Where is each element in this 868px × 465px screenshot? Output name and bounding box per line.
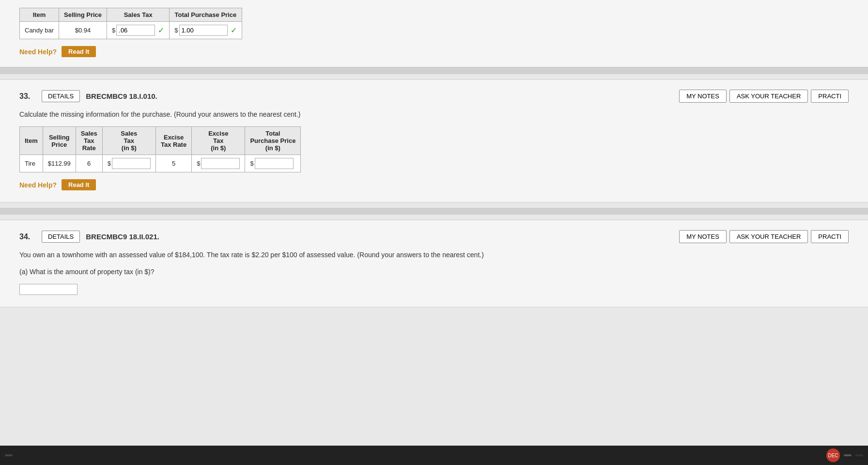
practice-button-33[interactable]: PRACTI: [811, 90, 849, 103]
q34-property-tax-input[interactable]: [19, 284, 78, 295]
question-34-header-buttons: MY NOTES ASK YOUR TEACHER PRACTI: [679, 230, 849, 243]
q33-dollar-1: $: [108, 160, 111, 167]
q33-dollar-3: $: [250, 160, 253, 167]
check-icon-1: ✓: [158, 26, 164, 35]
section-divider-1: [0, 67, 868, 74]
question-33-code: BRECMBC9 18.I.010.: [86, 92, 679, 100]
sales-tax-input-top[interactable]: [116, 25, 155, 36]
question-33-header: 33. DETAILS BRECMBC9 18.I.010. MY NOTES …: [19, 90, 849, 103]
dollar-sign-2: $: [174, 27, 178, 34]
taskbar-dec-label: DEC: [828, 453, 838, 458]
taskbar-dec-item[interactable]: DEC: [826, 449, 840, 462]
q33-total-input[interactable]: [255, 158, 294, 169]
check-icon-2: ✓: [231, 26, 237, 35]
dollar-sign-1: $: [112, 27, 115, 34]
top-table: Item Selling Price Sales Tax Total Purch…: [19, 8, 242, 39]
total-input-top[interactable]: [179, 25, 228, 36]
practice-button-34[interactable]: PRACTI: [811, 230, 849, 243]
q33-row-excise-dollar-cell: $: [192, 155, 245, 172]
q33-col-excise-rate: ExciseTax Rate: [155, 127, 191, 155]
q33-col-total: TotalPurchase Price(in $): [245, 127, 301, 155]
need-help-top: Need Help? Read It: [19, 46, 849, 57]
question-34-section: 34. DETAILS BRECMBC9 18.II.021. MY NOTES…: [0, 219, 868, 308]
top-row-total-cell: $ ✓: [170, 22, 242, 39]
question-33-table: Item SellingPrice SalesTaxRate SalesTax(…: [19, 126, 301, 172]
need-help-label-33: Need Help?: [19, 181, 57, 189]
ask-teacher-button-34[interactable]: ASK YOUR TEACHER: [729, 230, 808, 243]
question-34-number: 34.: [19, 232, 34, 241]
col-header-total: Total Purchase Price: [170, 8, 242, 22]
section-divider-2: [0, 208, 868, 215]
q33-dollar-2: $: [197, 160, 200, 167]
taskbar-item-1[interactable]: [5, 454, 13, 456]
question-34-text: You own an a townhome with an assessed v…: [19, 250, 849, 260]
q34-answer-area: [19, 284, 849, 295]
question-34-subtext: (a) What is the amount of property tax (…: [19, 267, 849, 277]
top-row-item: Candy bar: [20, 22, 59, 39]
q33-row-selling: $112.99: [43, 155, 76, 172]
my-notes-button-34[interactable]: MY NOTES: [679, 230, 727, 243]
question-34-header: 34. DETAILS BRECMBC9 18.II.021. MY NOTES…: [19, 230, 849, 243]
q33-col-selling: SellingPrice: [43, 127, 76, 155]
q33-col-sales-rate: SalesTaxRate: [76, 127, 102, 155]
col-header-selling-price: Selling Price: [59, 8, 107, 22]
q33-sales-tax-input[interactable]: [112, 158, 151, 169]
details-button-33[interactable]: DETAILS: [42, 90, 80, 102]
top-row-selling-price: $0.94: [59, 22, 107, 39]
top-row-sales-tax-cell: $ ✓: [107, 22, 170, 39]
question-34-code: BRECMBC9 18.II.021.: [86, 232, 679, 241]
question-33-header-buttons: MY NOTES ASK YOUR TEACHER PRACTI: [679, 90, 849, 103]
col-header-item: Item: [20, 8, 59, 22]
q33-row-item: Tire: [20, 155, 43, 172]
q33-col-excise-dollar: ExciseTax(in $): [192, 127, 245, 155]
ask-teacher-button-33[interactable]: ASK YOUR TEACHER: [729, 90, 808, 103]
question-33-number: 33.: [19, 92, 34, 101]
taskbar: DEC: [0, 446, 868, 465]
my-notes-button-33[interactable]: MY NOTES: [679, 90, 727, 103]
q33-excise-tax-input[interactable]: [201, 158, 240, 169]
need-help-33: Need Help? Read It: [19, 179, 849, 190]
q33-row-total-cell: $: [245, 155, 301, 172]
details-button-34[interactable]: DETAILS: [42, 231, 80, 243]
q33-col-item: Item: [20, 127, 43, 155]
q33-row-excise-rate: 5: [155, 155, 191, 172]
q33-row-sales-rate: 6: [76, 155, 102, 172]
taskbar-item-3[interactable]: [844, 454, 852, 456]
read-it-button-top[interactable]: Read It: [62, 46, 96, 57]
q33-row-sales-dollar-cell: $: [102, 155, 155, 172]
col-header-sales-tax: Sales Tax: [107, 8, 170, 22]
need-help-label-top: Need Help?: [19, 48, 57, 56]
question-33-section: 33. DETAILS BRECMBC9 18.I.010. MY NOTES …: [0, 79, 868, 203]
taskbar-item-4[interactable]: [855, 454, 863, 456]
q33-col-sales-dollar: SalesTax(in $): [102, 127, 155, 155]
question-33-text: Calculate the missing information for th…: [19, 109, 849, 120]
read-it-button-33[interactable]: Read It: [62, 179, 96, 190]
